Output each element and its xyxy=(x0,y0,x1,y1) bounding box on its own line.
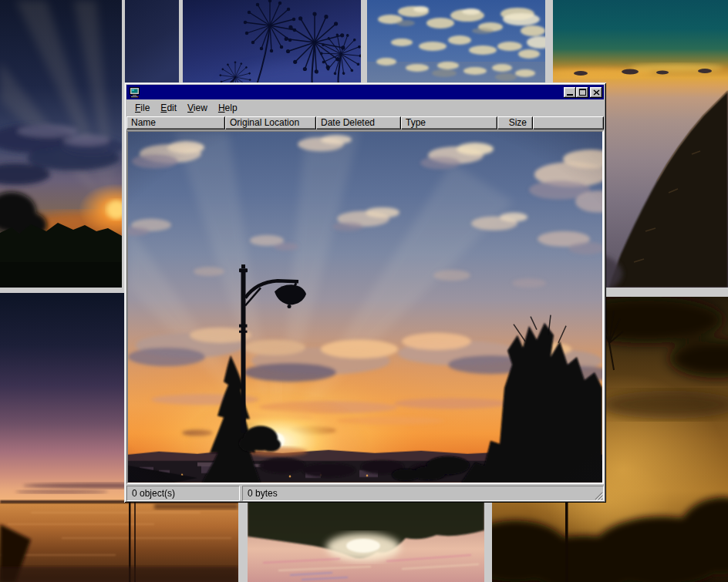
column-header-type[interactable]: Type xyxy=(401,116,497,130)
column-header-size[interactable]: Size xyxy=(497,116,533,130)
column-headers: Name Original Location Date Deleted Type… xyxy=(126,116,604,130)
menubar: File Edit View Help xyxy=(126,99,604,116)
background-photo-seed-heads xyxy=(183,0,361,85)
background-photo-dark-sky xyxy=(125,0,179,85)
resize-grip[interactable] xyxy=(593,490,603,500)
list-view[interactable] xyxy=(126,130,604,484)
column-header-blank[interactable] xyxy=(533,116,604,130)
column-header-date-deleted[interactable]: Date Deleted xyxy=(316,116,401,130)
minimize-icon xyxy=(567,94,573,96)
titlebar[interactable] xyxy=(126,85,604,99)
sunset-lamp-photo xyxy=(128,132,602,483)
column-header-original-location[interactable]: Original Location xyxy=(225,116,316,130)
computer-icon xyxy=(129,86,141,99)
minimize-button[interactable] xyxy=(564,87,576,98)
background-photo-blue-sky-clouds xyxy=(367,0,545,85)
menu-edit[interactable]: Edit xyxy=(155,101,182,115)
status-objects: 0 object(s) xyxy=(126,486,240,501)
statusbar: 0 object(s) 0 bytes xyxy=(126,486,604,501)
column-header-name[interactable]: Name xyxy=(126,116,225,130)
menu-help[interactable]: Help xyxy=(213,101,243,115)
menu-view[interactable]: View xyxy=(182,101,213,115)
status-bytes: 0 bytes xyxy=(242,486,604,501)
background-photo-sunset-rays xyxy=(0,0,122,288)
maximize-button[interactable] xyxy=(576,87,588,98)
close-icon xyxy=(593,89,600,96)
close-button[interactable] xyxy=(590,87,602,98)
menu-file[interactable]: File xyxy=(130,101,155,115)
maximize-icon xyxy=(579,89,586,96)
recycle-bin-window: File Edit View Help Name Original Locati… xyxy=(124,82,606,503)
